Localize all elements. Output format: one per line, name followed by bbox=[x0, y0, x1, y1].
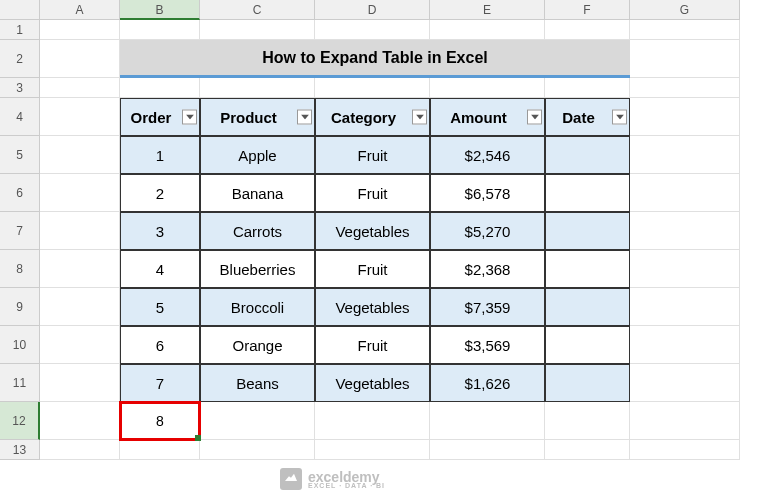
spreadsheet: ABCDEFG 12345678910111213 How to Expand … bbox=[0, 0, 768, 502]
row-header-12[interactable]: 12 bbox=[0, 402, 40, 440]
row-header-2[interactable]: 2 bbox=[0, 40, 40, 78]
table-cell[interactable]: 3 bbox=[120, 212, 200, 250]
table-cell[interactable]: Vegetables bbox=[315, 288, 430, 326]
table-header-category[interactable]: Category bbox=[315, 98, 430, 136]
table-cell[interactable]: $2,546 bbox=[430, 136, 545, 174]
cell-grid: How to Expand Table in ExcelOrderProduct… bbox=[40, 20, 740, 460]
table-cell[interactable] bbox=[545, 326, 630, 364]
select-all-corner[interactable] bbox=[0, 0, 40, 20]
table-cell[interactable]: $5,270 bbox=[430, 212, 545, 250]
row-header-7[interactable]: 7 bbox=[0, 212, 40, 250]
col-header-A[interactable]: A bbox=[40, 0, 120, 20]
table-cell[interactable]: $7,359 bbox=[430, 288, 545, 326]
table-cell[interactable]: Blueberries bbox=[200, 250, 315, 288]
table-cell[interactable]: $3,569 bbox=[430, 326, 545, 364]
table-cell[interactable] bbox=[545, 364, 630, 402]
table-cell[interactable]: Banana bbox=[200, 174, 315, 212]
row-header-8[interactable]: 8 bbox=[0, 250, 40, 288]
col-header-E[interactable]: E bbox=[430, 0, 545, 20]
table-cell[interactable]: $2,368 bbox=[430, 250, 545, 288]
col-header-D[interactable]: D bbox=[315, 0, 430, 20]
watermark: exceldemy EXCEL · DATA · BI bbox=[280, 468, 385, 490]
table-cell[interactable]: 4 bbox=[120, 250, 200, 288]
table-cell[interactable]: Beans bbox=[200, 364, 315, 402]
table-cell[interactable]: $6,578 bbox=[430, 174, 545, 212]
table-header-date[interactable]: Date bbox=[545, 98, 630, 136]
table-cell[interactable]: Fruit bbox=[315, 136, 430, 174]
table-cell[interactable]: 7 bbox=[120, 364, 200, 402]
row-header-1[interactable]: 1 bbox=[0, 20, 40, 40]
row-header-4[interactable]: 4 bbox=[0, 98, 40, 136]
table-cell[interactable]: Apple bbox=[200, 136, 315, 174]
filter-dropdown-icon[interactable] bbox=[297, 110, 312, 125]
table-cell[interactable]: Broccoli bbox=[200, 288, 315, 326]
table-cell[interactable]: Fruit bbox=[315, 250, 430, 288]
page-title: How to Expand Table in Excel bbox=[120, 40, 630, 78]
active-cell[interactable]: 8 bbox=[120, 402, 200, 440]
row-header-10[interactable]: 10 bbox=[0, 326, 40, 364]
table-cell[interactable] bbox=[545, 288, 630, 326]
table-cell[interactable]: Fruit bbox=[315, 174, 430, 212]
table-cell[interactable]: $1,626 bbox=[430, 364, 545, 402]
row-header-6[interactable]: 6 bbox=[0, 174, 40, 212]
row-headers: 12345678910111213 bbox=[0, 20, 40, 460]
col-header-B[interactable]: B bbox=[120, 0, 200, 20]
table-header-product[interactable]: Product bbox=[200, 98, 315, 136]
table-cell[interactable]: 1 bbox=[120, 136, 200, 174]
row-header-13[interactable]: 13 bbox=[0, 440, 40, 460]
row-header-5[interactable]: 5 bbox=[0, 136, 40, 174]
table-cell[interactable]: Carrots bbox=[200, 212, 315, 250]
filter-dropdown-icon[interactable] bbox=[527, 110, 542, 125]
table-cell[interactable]: 2 bbox=[120, 174, 200, 212]
table-cell[interactable]: 5 bbox=[120, 288, 200, 326]
fill-handle[interactable] bbox=[195, 435, 201, 441]
row-header-3[interactable]: 3 bbox=[0, 78, 40, 98]
table-cell[interactable]: Orange bbox=[200, 326, 315, 364]
row-header-9[interactable]: 9 bbox=[0, 288, 40, 326]
table-cell[interactable]: Fruit bbox=[315, 326, 430, 364]
table-cell[interactable]: Vegetables bbox=[315, 212, 430, 250]
table-header-amount[interactable]: Amount bbox=[430, 98, 545, 136]
col-header-C[interactable]: C bbox=[200, 0, 315, 20]
table-cell[interactable] bbox=[545, 174, 630, 212]
col-header-G[interactable]: G bbox=[630, 0, 740, 20]
filter-dropdown-icon[interactable] bbox=[412, 110, 427, 125]
watermark-tagline: EXCEL · DATA · BI bbox=[308, 482, 385, 489]
table-cell[interactable] bbox=[545, 212, 630, 250]
table-cell[interactable] bbox=[545, 250, 630, 288]
table-cell[interactable]: 6 bbox=[120, 326, 200, 364]
row-header-11[interactable]: 11 bbox=[0, 364, 40, 402]
col-header-F[interactable]: F bbox=[545, 0, 630, 20]
watermark-icon bbox=[280, 468, 302, 490]
column-headers: ABCDEFG bbox=[0, 0, 768, 20]
table-cell[interactable] bbox=[545, 136, 630, 174]
filter-dropdown-icon[interactable] bbox=[612, 110, 627, 125]
filter-dropdown-icon[interactable] bbox=[182, 110, 197, 125]
table-cell[interactable]: Vegetables bbox=[315, 364, 430, 402]
table-header-order[interactable]: Order bbox=[120, 98, 200, 136]
